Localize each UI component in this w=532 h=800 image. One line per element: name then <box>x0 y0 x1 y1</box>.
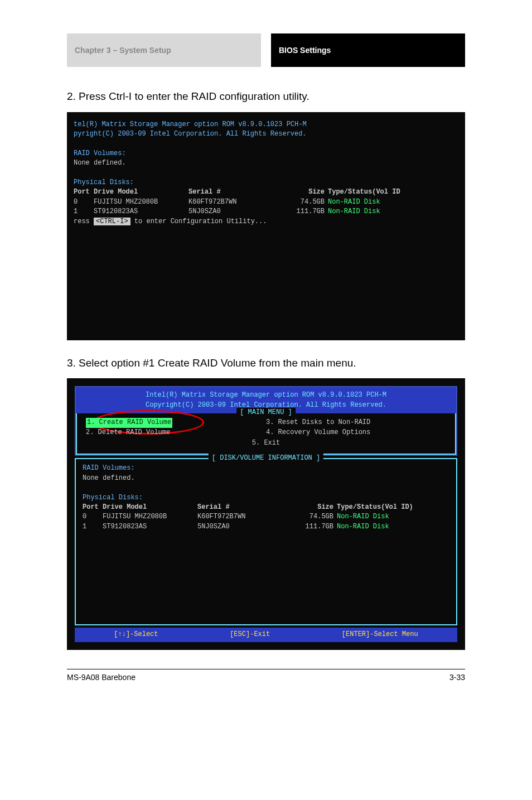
bios-screenshot-main-menu: Intel(R) Matrix Storage Manager option R… <box>67 378 465 649</box>
table-row: 0 FUJITSU MHZ2080B K60FT972B7WN 74.5GB N… <box>74 197 458 207</box>
page-rule <box>67 669 465 669</box>
cell-serial: 5NJ0SZA0 <box>188 207 278 216</box>
cell-port: 1 <box>83 522 103 532</box>
cell-model: ST9120823AS <box>103 522 197 532</box>
raid-volumes-none: None defined. <box>83 474 449 483</box>
th-size: Size <box>278 187 328 197</box>
cell-model: FUJITSU MHZ2080B <box>103 512 197 522</box>
chapter-header: Chapter 3 – System Setup BIOS Settings <box>67 33 465 67</box>
th-type: Type/Status(Vol ID) <box>337 503 449 512</box>
cell-model: ST9120823AS <box>94 207 188 216</box>
menu-item-create-raid[interactable]: 1. Create RAID Volume <box>86 418 172 427</box>
th-size: Size <box>287 503 337 512</box>
cell-type: Non-RAID Disk <box>337 512 449 522</box>
th-serial: Serial # <box>197 503 287 512</box>
table-header-row: Port Drive Model Serial # Size Type/Stat… <box>83 503 449 512</box>
instruction-step-3: 3. Select option #1 Create RAID Volume f… <box>67 356 465 371</box>
cell-port: 0 <box>74 197 94 207</box>
keyhint-esc: [ESC]-Exit <box>230 630 270 639</box>
manual-name: MS-9A08 Barebone <box>67 673 449 682</box>
disk-info-title: [ DISK/VOLUME INFORMATION ] <box>209 454 323 463</box>
keyhint-select: [↑↓]-Select <box>114 630 158 639</box>
bios-screenshot-boot: tel(R) Matrix Storage Manager option ROM… <box>67 112 465 340</box>
press-pre: ress <box>74 218 94 225</box>
table-row: 1 ST9120823AS 5NJ0SZA0 111.7GB Non-RAID … <box>83 522 449 532</box>
press-post: to enter Configuration Utility... <box>130 218 267 225</box>
ctrl-i-key: <CTRL-I> <box>94 218 130 225</box>
press-ctrl-i-prompt: ress <CTRL-I> to enter Configuration Uti… <box>74 217 458 226</box>
th-port: Port <box>83 503 103 512</box>
physical-disks-header: Physical Disks: <box>83 493 449 503</box>
cell-serial: 5NJ0SZA0 <box>197 522 287 532</box>
raid-volumes-header: RAID Volumes: <box>83 464 449 473</box>
th-model: Drive Model <box>103 503 197 512</box>
th-serial: Serial # <box>188 187 278 197</box>
cell-port: 1 <box>74 207 94 216</box>
table-row: 0 FUJITSU MHZ2080B K60FT972B7WN 74.5GB N… <box>83 512 449 522</box>
rom-title-line1: Intel(R) Matrix Storage Manager option R… <box>78 391 454 400</box>
th-model: Drive Model <box>94 187 188 197</box>
cell-size: 111.7GB <box>278 207 328 216</box>
menu-item-reset-disks[interactable]: 3. Reset Disks to Non-RAID <box>266 418 446 427</box>
rom-title-line2: pyright(C) 2003-09 Intel Corporation. Al… <box>74 129 458 139</box>
cell-size: 74.5GB <box>287 512 337 522</box>
menu-item-delete-raid[interactable]: 2. Delete RAID Volume <box>86 428 266 437</box>
tab-section: BIOS Settings <box>271 33 465 67</box>
page-footer: MS-9A08 Barebone 3-33 <box>67 673 465 682</box>
table-row: 1 ST9120823AS 5NJ0SZA0 111.7GB Non-RAID … <box>74 207 458 216</box>
raid-volumes-none: None defined. <box>74 158 458 168</box>
page-number: 3-33 <box>449 673 465 682</box>
keyhint-bar: [↑↓]-Select [ESC]-Exit [ENTER]-Select Me… <box>75 628 457 642</box>
rom-title-line1: tel(R) Matrix Storage Manager option ROM… <box>74 120 458 129</box>
cell-type: Non-RAID Disk <box>328 197 458 207</box>
physical-disks-header: Physical Disks: <box>74 178 458 187</box>
cell-model: FUJITSU MHZ2080B <box>94 197 188 207</box>
raid-volumes-header: RAID Volumes: <box>74 149 458 158</box>
menu-item-recovery-options[interactable]: 4. Recovery Volume Options <box>266 428 446 437</box>
cell-type: Non-RAID Disk <box>328 207 458 216</box>
main-menu-title: [ MAIN MENU ] <box>236 408 296 417</box>
keyhint-enter: [ENTER]-Select Menu <box>342 630 418 639</box>
menu-item-exit[interactable]: 5. Exit <box>86 438 446 448</box>
cell-serial: K60FT972B7WN <box>197 512 287 522</box>
table-header-row: Port Drive Model Serial # Size Type/Stat… <box>74 187 458 197</box>
cell-size: 111.7GB <box>287 522 337 532</box>
th-type: Type/Status(Vol ID <box>328 187 458 197</box>
disk-volume-info: [ DISK/VOLUME INFORMATION ] RAID Volumes… <box>75 458 457 625</box>
cell-type: Non-RAID Disk <box>337 522 449 532</box>
cell-size: 74.5GB <box>278 197 328 207</box>
cell-port: 0 <box>83 512 103 522</box>
cell-serial: K60FT972B7WN <box>188 197 278 207</box>
main-menu: [ MAIN MENU ] 1. Create RAID Volume 2. D… <box>76 413 456 455</box>
tab-chapter: Chapter 3 – System Setup <box>67 33 261 67</box>
instruction-step-2: 2. Press Ctrl-I to enter the RAID config… <box>67 89 465 104</box>
th-port: Port <box>74 187 94 197</box>
